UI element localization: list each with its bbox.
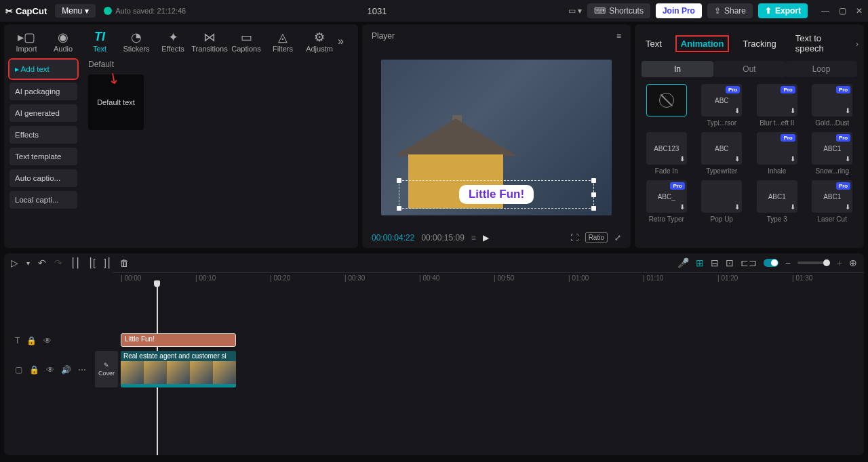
text-selection-box[interactable]: Little Fun! bbox=[399, 180, 594, 209]
tab-stickers[interactable]: ◔Stickers bbox=[118, 30, 155, 53]
tl-tool-3-icon[interactable]: ⊡ bbox=[726, 257, 734, 268]
anim-item-8[interactable]: ABC_Pro⬇Retro Typer bbox=[642, 180, 692, 223]
tab-animation[interactable]: Animation bbox=[677, 37, 728, 51]
anim-item-0[interactable] bbox=[642, 84, 692, 127]
delete-icon[interactable]: 🗑 bbox=[119, 257, 129, 268]
play-icon[interactable]: ▶ bbox=[483, 233, 489, 243]
share-button[interactable]: ⇪ Share bbox=[707, 3, 753, 18]
anim-item-9[interactable]: ⬇Pop Up bbox=[697, 180, 747, 223]
fullscreen-icon[interactable]: ⤢ bbox=[614, 233, 621, 243]
zoom-in-icon[interactable]: + bbox=[837, 257, 842, 268]
tab-audio[interactable]: ◉Audio bbox=[45, 30, 81, 53]
list-icon[interactable]: ≡ bbox=[471, 233, 476, 243]
eye-icon[interactable]: 👁 bbox=[46, 365, 54, 375]
tl-tool-2-icon[interactable]: ⊟ bbox=[711, 257, 719, 268]
anim-item-5[interactable]: ABC⬇Typewriter bbox=[697, 132, 747, 175]
cover-button[interactable]: ✎Cover bbox=[95, 351, 118, 387]
sidebar-item-ai-packaging[interactable]: AI packaging bbox=[9, 83, 77, 100]
section-label-default: Default bbox=[88, 60, 353, 69]
download-icon: ⬇ bbox=[790, 107, 795, 114]
export-button[interactable]: ⬆ Export bbox=[758, 3, 808, 18]
zoom-out-icon[interactable]: − bbox=[785, 257, 791, 268]
tab-tracking[interactable]: Tracking bbox=[738, 37, 780, 51]
eye-icon[interactable]: 👁 bbox=[43, 336, 52, 345]
sidebar-item-auto-captions[interactable]: Auto captio... bbox=[9, 169, 77, 187]
menu-button[interactable]: Menu ▾ bbox=[55, 4, 96, 18]
mute-icon[interactable]: 🔊 bbox=[61, 365, 71, 375]
undo-icon[interactable]: ↶ bbox=[38, 257, 46, 268]
preset-default-text[interactable]: Default text bbox=[88, 75, 144, 130]
maximize-icon[interactable]: ▢ bbox=[839, 6, 846, 16]
sidebar-item-effects[interactable]: Effects bbox=[9, 126, 77, 144]
sidebar-item-add-text[interactable]: ▸ Add text bbox=[9, 60, 77, 79]
aspect-icon[interactable]: ▭ ▾ bbox=[568, 6, 582, 16]
tab-text[interactable]: TIText bbox=[81, 30, 118, 53]
anim-item-6[interactable]: Pro⬇Inhale bbox=[752, 132, 802, 175]
download-icon: ⬇ bbox=[790, 203, 795, 211]
tab-transitions[interactable]: ⋈Transitions bbox=[191, 30, 228, 53]
ratio-button[interactable]: Ratio bbox=[585, 232, 608, 243]
text-clip[interactable]: Little Fun! bbox=[121, 333, 236, 347]
join-pro-button[interactable]: Join Pro bbox=[656, 3, 702, 18]
anim-item-7[interactable]: ABC1Pro⬇Snow...ring bbox=[808, 132, 858, 175]
tab-tts[interactable]: Text to speech bbox=[791, 31, 845, 56]
subtab-loop[interactable]: Loop bbox=[785, 61, 857, 77]
track-more-icon[interactable]: ⋯ bbox=[78, 365, 86, 375]
effects-icon: ✦ bbox=[155, 30, 191, 43]
video-track: ▢ 🔒 👁 🔊 ⋯ ✎Cover Real estate agent and c… bbox=[4, 351, 864, 389]
anim-item-2[interactable]: Pro⬇Blur t...eft II bbox=[752, 84, 802, 127]
cursor-tool-icon[interactable]: ▷ bbox=[11, 257, 18, 268]
anim-thumb: Pro⬇ bbox=[757, 84, 797, 117]
shortcuts-button[interactable]: ⌨ Shortcuts bbox=[587, 3, 650, 18]
sidebar-item-ai-generated[interactable]: AI generated bbox=[9, 104, 77, 122]
subtab-out[interactable]: Out bbox=[713, 61, 785, 77]
anim-item-11[interactable]: ABC1Pro⬇Laser Cut bbox=[808, 180, 858, 223]
zoom-slider[interactable] bbox=[797, 261, 830, 264]
minimize-icon[interactable]: — bbox=[821, 6, 829, 16]
player-menu-icon[interactable]: ≡ bbox=[616, 31, 621, 41]
anim-item-10[interactable]: ABC1⬇Type 3 bbox=[752, 180, 802, 223]
tab-adjust[interactable]: ⚙Adjustm bbox=[301, 30, 338, 53]
tab-text-props[interactable]: Text bbox=[642, 37, 666, 51]
split-left-icon[interactable]: ⎮[ bbox=[88, 257, 96, 268]
text-overlay[interactable]: Little Fun! bbox=[459, 185, 534, 204]
pro-badge: Pro bbox=[836, 134, 850, 142]
tl-tool-4-icon[interactable]: ⊏⊐ bbox=[741, 257, 757, 268]
video-clip[interactable]: Real estate agent and customer si bbox=[121, 351, 236, 387]
tab-import[interactable]: ▸▢Import bbox=[8, 30, 45, 53]
anim-thumb: ABC_Pro⬇ bbox=[646, 180, 687, 213]
tabs-overflow-icon[interactable]: › bbox=[856, 39, 859, 49]
project-title[interactable]: 1031 bbox=[194, 6, 560, 16]
timeline-ruler[interactable]: | 00:00| 00:10| 00:20| 00:30| 00:40| 00:… bbox=[113, 272, 864, 285]
tab-filters[interactable]: ◬Filters bbox=[264, 30, 301, 53]
tool-dropdown-icon[interactable]: ▾ bbox=[26, 259, 30, 267]
snap-toggle[interactable] bbox=[764, 259, 778, 267]
split-icon[interactable]: ⎮⎮ bbox=[71, 257, 80, 268]
redo-icon[interactable]: ↷ bbox=[54, 257, 62, 268]
split-right-icon[interactable]: ]⎮ bbox=[104, 257, 111, 268]
lock-icon[interactable]: 🔒 bbox=[26, 336, 37, 345]
text-track-icon: T bbox=[15, 336, 20, 345]
tabs-more-icon[interactable]: » bbox=[338, 35, 354, 47]
sidebar-item-local-captions[interactable]: Local capti... bbox=[9, 191, 77, 209]
anim-item-4[interactable]: ABC123⬇Fade In bbox=[642, 132, 692, 175]
timeline-tracks: T 🔒 👁 Little Fun! ▢ 🔒 👁 🔊 ⋯ ✎Cover bbox=[4, 285, 864, 455]
anim-item-1[interactable]: ABCPro⬇Typi...rsor bbox=[697, 84, 747, 127]
tab-effects[interactable]: ✦Effects bbox=[155, 30, 191, 53]
mic-icon[interactable]: 🎤 bbox=[677, 257, 689, 268]
video-preview[interactable]: Little Fun! bbox=[381, 60, 612, 215]
scan-icon[interactable]: ⛶ bbox=[570, 233, 578, 243]
anim-label: Laser Cut bbox=[818, 215, 847, 223]
lock-icon[interactable]: 🔒 bbox=[29, 365, 39, 375]
close-icon[interactable]: ✕ bbox=[856, 6, 863, 16]
pro-badge: Pro bbox=[726, 86, 740, 93]
download-icon: ⬇ bbox=[679, 203, 685, 211]
sidebar-item-text-template[interactable]: Text template bbox=[9, 148, 77, 165]
subtab-in[interactable]: In bbox=[642, 61, 713, 77]
tab-captions[interactable]: ▭Captions bbox=[228, 30, 264, 53]
zoom-fit-icon[interactable]: ⊕ bbox=[849, 257, 857, 268]
tl-tool-1-icon[interactable]: ⊞ bbox=[696, 257, 704, 268]
anim-item-3[interactable]: Pro⬇Gold...Dust bbox=[808, 84, 858, 127]
player-controls: 00:00:04:22 00:00:15:09 ≡ ▶ ⛶ Ratio ⤢ bbox=[362, 227, 631, 248]
anim-label: Typi...rsor bbox=[707, 119, 736, 127]
